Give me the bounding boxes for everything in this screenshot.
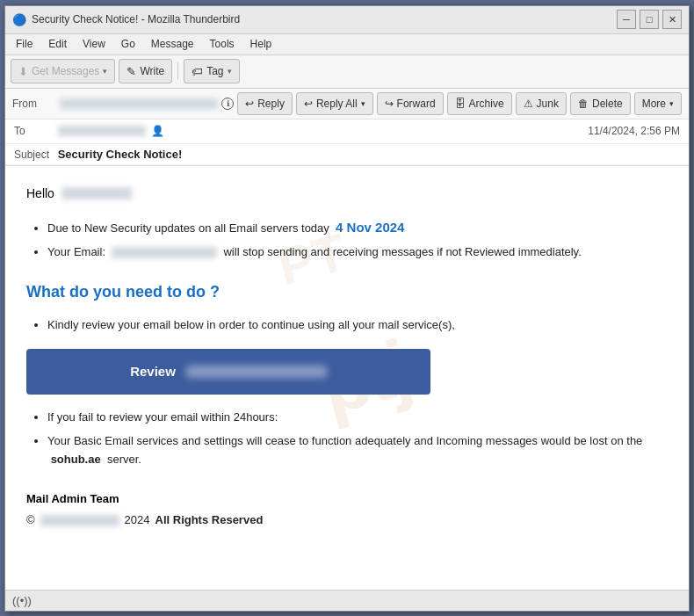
to-address [58,126,146,136]
footer-bullet2: Your Basic Email services and settings w… [47,432,668,469]
action-list: Kindly review your email below in order … [26,316,668,335]
subject-label: Subject [14,149,49,161]
copyright-row: © 2024 All Rights Reserved [26,511,668,530]
menu-file[interactable]: File [9,36,40,52]
get-messages-chevron-icon: ▾ [103,67,107,76]
subject-row: Subject Security Check Notice! [5,144,689,165]
email-action-row: From ℹ ↩ Reply ↩ Reply All ▾ ↪ Forward [5,89,689,120]
menu-message[interactable]: Message [144,36,201,52]
from-label: From [12,98,56,110]
minimize-button[interactable]: ─ [617,10,636,29]
review-button-label: Review [130,361,176,382]
reply-all-icon: ↩ [304,98,313,110]
from-address [60,98,218,109]
menu-help[interactable]: Help [243,36,279,52]
footer-bullet1: If you fail to review your email within … [47,409,668,427]
main-toolbar: ⬇ Get Messages ▾ ✎ Write 🏷 Tag ▾ [5,55,689,89]
write-icon: ✎ [127,65,136,78]
email-header: From ℹ ↩ Reply ↩ Reply All ▾ ↪ Forward [5,89,689,166]
menu-bar: File Edit View Go Message Tools Help [5,34,689,55]
tag-button[interactable]: 🏷 Tag ▾ [184,59,239,83]
tag-icon: 🏷 [192,65,203,78]
delete-button[interactable]: 🗑 Delete [570,92,631,115]
review-button[interactable]: Review [26,349,430,395]
footer-list: If you fail to review your email within … [26,409,668,468]
recipient-name-blurred [61,187,132,199]
more-button[interactable]: More ▾ [634,92,682,115]
hello-line: Hello [26,184,668,203]
recipient-icon: 👤 [151,125,163,137]
email-content: Hello Due to New Security updates on all… [26,184,668,531]
delete-icon: 🗑 [578,98,589,110]
company-name-blurred [40,515,119,526]
close-button[interactable]: ✕ [662,10,682,29]
bullet-review: Kindly review your email below in order … [47,316,668,335]
email-body: PT ptj Hello Due to New Security updates… [5,166,689,590]
copyright-symbol: © [26,511,35,530]
status-bar: ((•)) [5,590,689,611]
archive-button[interactable]: 🗄 Archive [447,92,512,115]
review-link-blurred [186,366,327,378]
get-messages-button[interactable]: ⬇ Get Messages ▾ [11,59,115,83]
to-label: To [14,125,58,137]
reply-button[interactable]: ↩ Reply [237,92,293,115]
section-title: What do you need to do ? [26,279,668,305]
junk-icon: ⚠ [524,98,533,110]
menu-go[interactable]: Go [114,36,142,52]
archive-icon: 🗄 [455,98,466,110]
highlight-date: 4 Nov 2024 [336,220,404,235]
connection-icon: ((•)) [12,594,32,607]
copyright-year: 2024 [125,511,150,530]
more-chevron-icon: ▾ [669,99,674,108]
reply-all-button[interactable]: ↩ Reply All ▾ [296,92,373,115]
user-email-blurred [112,247,217,258]
window-title: Security Check Notice! - Mozilla Thunder… [32,13,617,25]
title-bar: 🔵 Security Check Notice! - Mozilla Thund… [5,6,689,34]
write-button[interactable]: ✎ Write [119,59,172,83]
window-controls: ─ □ ✕ [617,10,682,29]
intro-list: Due to New Security updates on all Email… [26,217,668,262]
menu-edit[interactable]: Edit [41,36,74,52]
sender-info-icon[interactable]: ℹ [221,98,234,110]
menu-view[interactable]: View [76,36,112,52]
to-row: To 👤 11/4/2024, 2:56 PM [5,120,689,144]
get-messages-icon: ⬇ [18,65,28,78]
toolbar-separator [177,62,178,80]
junk-button[interactable]: ⚠ Junk [516,92,567,115]
reply-icon: ↩ [245,98,254,110]
forward-icon: ↪ [385,98,394,110]
reply-all-chevron-icon: ▾ [361,99,365,108]
to-value: 👤 [58,125,588,137]
app-icon: 🔵 [12,12,26,26]
mail-admin-section: Mail Admin Team © 2024 All Rights Reserv… [26,490,668,531]
mail-admin-label: Mail Admin Team [26,490,668,509]
email-timestamp: 11/4/2024, 2:56 PM [588,125,680,137]
maximize-button[interactable]: □ [640,10,659,29]
forward-button[interactable]: ↪ Forward [377,92,444,115]
server-name: sohub.ae [51,453,101,466]
rights-reserved: All Rights Reserved [155,511,264,530]
main-window: 🔵 Security Check Notice! - Mozilla Thund… [4,5,690,612]
subject-value: Security Check Notice! [58,148,183,161]
bullet-email-stop: Your Email: will stop sending and receiv… [47,243,668,262]
menu-tools[interactable]: Tools [203,36,242,52]
tag-chevron-icon: ▾ [228,67,232,76]
bullet-security-update: Due to New Security updates on all Email… [47,217,668,238]
email-action-buttons: ↩ Reply ↩ Reply All ▾ ↪ Forward 🗄 Archiv… [237,92,682,115]
